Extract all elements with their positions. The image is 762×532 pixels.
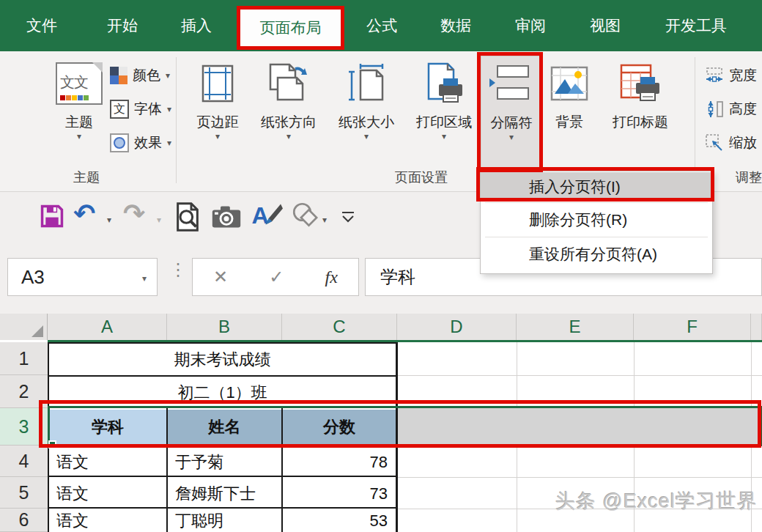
column-header-d[interactable]: D — [397, 314, 517, 340]
cell-b6[interactable]: 丁聪明 — [168, 510, 281, 532]
cell-c4[interactable]: 78 — [283, 447, 395, 477]
print-area-label: 打印区域 — [416, 113, 472, 132]
chevron-down-icon: ▾ — [77, 132, 81, 141]
undo-dropdown-caret[interactable]: ▾ — [107, 215, 111, 224]
size-icon — [346, 63, 387, 104]
print-titles-icon — [620, 64, 661, 103]
select-all-corner[interactable] — [0, 314, 48, 340]
column-header-partial[interactable] — [751, 314, 762, 340]
qat-customize-button[interactable] — [339, 210, 358, 226]
camera-button[interactable] — [211, 205, 242, 229]
column-header-c[interactable]: C — [282, 314, 397, 340]
orientation-label: 纸张方向 — [261, 113, 317, 132]
cell-b5[interactable]: 詹姆斯下士 — [168, 479, 281, 509]
theme-fonts-button[interactable]: 文 字体 ▾ — [110, 100, 171, 119]
scale-control[interactable]: 缩放 — [705, 133, 757, 152]
scale-height-control[interactable]: 高度 — [705, 100, 757, 119]
fonts-label: 字体 — [134, 100, 162, 119]
formula-value: 学科 — [380, 265, 415, 289]
redo-button[interactable]: ↷ — [123, 201, 145, 227]
excel-window: 文件 开始 插入 页面布局 公式 数据 审阅 视图 开发工具 文文 主题 ▾ — [0, 0, 762, 532]
row-header-3[interactable]: 3 — [0, 408, 48, 446]
tab-insert[interactable]: 插入 — [181, 0, 212, 51]
print-titles-button[interactable]: 打印标题 — [595, 56, 686, 171]
undo-button[interactable]: ↶ — [73, 201, 95, 227]
menu-item-insert-page-break[interactable]: 插入分页符(I) — [481, 172, 712, 202]
margins-button[interactable]: 页边距 ▾ — [185, 56, 251, 171]
watermark: 头条 @Excel学习世界 — [555, 488, 758, 514]
row-header-4[interactable]: 4 — [0, 446, 48, 477]
row-header-2[interactable]: 2 — [0, 375, 48, 408]
column-header-a[interactable]: A — [48, 314, 167, 340]
row-header-1[interactable]: 1 — [0, 342, 48, 375]
name-box[interactable]: A3 ▾ — [7, 258, 158, 296]
height-label: 高度 — [729, 100, 757, 119]
column-header-b[interactable]: B — [167, 314, 282, 340]
themes-icon-glyph: 文文 — [60, 73, 88, 92]
selection-border — [48, 406, 762, 446]
print-area-button[interactable]: 打印区域 ▾ — [407, 56, 481, 171]
chevron-down-icon: ▾ — [509, 133, 514, 141]
width-label: 宽度 — [729, 66, 757, 85]
height-icon — [705, 100, 724, 119]
theme-colors-button[interactable]: 颜色 ▾ — [110, 66, 170, 85]
tab-file[interactable]: 文件 — [26, 0, 57, 51]
chevron-down-icon: ▾ — [286, 132, 291, 141]
tab-view[interactable]: 视图 — [590, 0, 621, 51]
adjust-group-label: 调整 — [736, 169, 762, 186]
themes-button[interactable]: 文文 主题 ▾ — [50, 56, 108, 171]
cell-a6[interactable]: 语文 — [49, 510, 166, 532]
save-icon — [38, 202, 66, 230]
theme-effects-button[interactable]: 效果 ▾ — [110, 133, 171, 152]
tab-page-layout[interactable]: 页面布局 — [237, 6, 344, 50]
style-brush-button[interactable]: A — [251, 201, 283, 230]
orientation-icon — [266, 63, 311, 104]
column-header-e[interactable]: E — [517, 314, 634, 340]
fill-handle[interactable] — [48, 440, 56, 448]
insert-function-icon[interactable]: fx — [325, 267, 338, 287]
cell-title-merged[interactable]: 期末考试成绩 — [49, 344, 396, 375]
scale-width-control[interactable]: 宽度 — [705, 66, 757, 85]
print-titles-label: 打印标题 — [613, 113, 668, 132]
menu-separator — [485, 202, 708, 203]
orientation-button[interactable]: 纸张方向 ▾ — [252, 56, 325, 171]
fonts-icon: 文 — [110, 100, 129, 119]
menu-item-reset-all-page-breaks[interactable]: 重设所有分页符(A) — [481, 238, 712, 270]
size-button[interactable]: 纸张大小 ▾ — [330, 56, 403, 171]
tab-formulas[interactable]: 公式 — [366, 0, 397, 51]
background-button[interactable]: 背景 — [547, 56, 592, 171]
redo-dropdown-caret[interactable]: ▾ — [157, 215, 161, 224]
tab-review[interactable]: 审阅 — [515, 0, 546, 51]
name-box-caret[interactable]: ▾ — [142, 274, 147, 283]
colors-label: 颜色 — [133, 66, 160, 85]
breaks-dropdown-menu: 插入分页符(I) 删除分页符(R) 重设所有分页符(A) — [480, 171, 713, 274]
row-header-5[interactable]: 5 — [0, 477, 48, 509]
cell-c6[interactable]: 53 — [283, 510, 395, 532]
enter-icon[interactable]: ✓ — [269, 267, 284, 287]
cell-b4[interactable]: 于予菊 — [168, 447, 281, 477]
cell-a5[interactable]: 语文 — [49, 479, 166, 509]
print-preview-button[interactable] — [173, 201, 202, 233]
cancel-icon[interactable]: ✕ — [213, 267, 228, 287]
save-button[interactable] — [38, 202, 66, 230]
scale-icon — [705, 133, 724, 152]
breaks-icon — [491, 62, 532, 106]
breaks-button[interactable]: 分隔符 ▾ — [481, 56, 542, 171]
row-header-6[interactable]: 6 — [0, 509, 48, 532]
chevron-down-icon: ▾ — [442, 132, 446, 141]
column-header-f[interactable]: F — [634, 314, 751, 340]
shapes-dropdown-caret[interactable]: ▾ — [322, 215, 327, 224]
width-icon — [705, 67, 724, 84]
chevron-down-icon: ▾ — [364, 132, 369, 141]
formula-buttons: ✕ ✓ fx — [192, 258, 359, 296]
cell-subtitle-merged[interactable]: 初二（1）班 — [49, 377, 396, 408]
tab-home[interactable]: 开始 — [107, 0, 138, 51]
shapes-button[interactable] — [290, 202, 321, 229]
cell-a4[interactable]: 语文 — [49, 447, 166, 477]
qat-customize-icon — [339, 210, 358, 226]
cell-c5[interactable]: 73 — [283, 479, 395, 509]
tab-developer[interactable]: 开发工具 — [665, 0, 727, 51]
background-icon — [550, 66, 588, 101]
tab-data[interactable]: 数据 — [440, 0, 471, 51]
menu-item-remove-page-break[interactable]: 删除分页符(R) — [481, 204, 712, 236]
